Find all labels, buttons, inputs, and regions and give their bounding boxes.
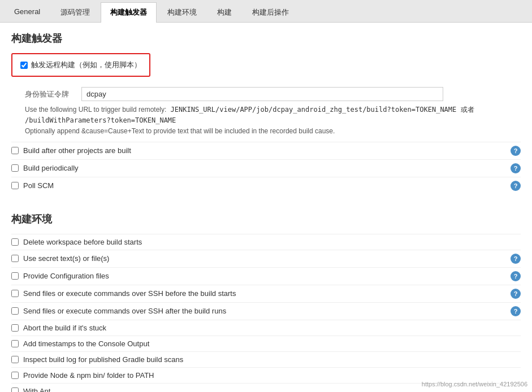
remote-trigger-label[interactable]: 触发远程构建（例如，使用脚本）: [20, 60, 141, 70]
config-files-help-icon[interactable]: ?: [511, 271, 521, 281]
build-periodically-help-icon[interactable]: ?: [511, 163, 521, 173]
tab-triggers[interactable]: 构建触发器: [101, 2, 157, 23]
build-periodically-label[interactable]: Build periodically: [11, 164, 511, 172]
ssh-before-checkbox[interactable]: [11, 290, 19, 297]
poll-scm-help-icon[interactable]: ?: [511, 181, 521, 191]
timestamps-label[interactable]: Add timestamps to the Console Output: [11, 339, 521, 348]
watermark: https://blog.csdn.net/weixin_42192506: [422, 381, 527, 387]
env-option-gradle-scans: Inspect build log for published Gradle b…: [11, 351, 521, 367]
secret-text-help-icon[interactable]: ?: [511, 254, 521, 264]
env-option-ssh-before: Send files or execute commands over SSH …: [11, 285, 521, 302]
tab-build[interactable]: 构建: [207, 2, 241, 22]
tab-general[interactable]: General: [5, 2, 50, 22]
tab-env[interactable]: 构建环境: [158, 2, 206, 22]
env-option-secret-text: Use secret text(s) or file(s) ?: [11, 250, 521, 267]
secret-text-checkbox[interactable]: [11, 255, 19, 262]
node-folder-checkbox[interactable]: [11, 372, 19, 379]
auth-token-label: 身份验证令牌: [25, 89, 81, 99]
env-title: 构建环境: [11, 212, 521, 226]
url-info: Use the following URL to trigger build r…: [25, 104, 521, 137]
auth-token-input[interactable]: [81, 87, 443, 101]
gradle-scans-label[interactable]: Inspect build log for published Gradle b…: [11, 355, 521, 364]
env-option-config-files: Provide Configuration files ?: [11, 267, 521, 285]
secret-text-label[interactable]: Use secret text(s) or file(s): [11, 254, 511, 263]
ssh-before-help-icon[interactable]: ?: [511, 289, 521, 299]
triggers-section: 构建触发器 触发远程构建（例如，使用脚本） 身份验证令牌 Use the fol…: [0, 23, 532, 203]
config-files-checkbox[interactable]: [11, 272, 19, 280]
ssh-after-label[interactable]: Send files or execute commands over SSH …: [11, 307, 511, 315]
remote-trigger-box: 触发远程构建（例如，使用脚本）: [11, 53, 150, 77]
env-option-delete-workspace: Delete workspace before build starts: [11, 234, 521, 250]
remote-trigger-checkbox[interactable]: [20, 62, 28, 69]
node-folder-label[interactable]: Provide Node & npm bin/ folder to PATH: [11, 371, 521, 380]
build-after-checkbox[interactable]: [11, 147, 19, 154]
ssh-before-label[interactable]: Send files or execute commands over SSH …: [11, 289, 511, 298]
tab-bar: General 源码管理 构建触发器 构建环境 构建 构建后操作: [0, 0, 532, 23]
option-row-poll-scm: Poll SCM ?: [11, 177, 521, 194]
ssh-after-checkbox[interactable]: [11, 307, 19, 315]
triggers-title: 构建触发器: [11, 32, 521, 45]
delete-workspace-label[interactable]: Delete workspace before build starts: [11, 238, 521, 246]
gradle-scans-checkbox[interactable]: [11, 356, 19, 363]
tab-post[interactable]: 构建后操作: [243, 2, 299, 22]
abort-stuck-checkbox[interactable]: [11, 324, 19, 332]
env-option-abort-stuck: Abort the build if it's stuck: [11, 320, 521, 336]
env-option-ssh-after: Send files or execute commands over SSH …: [11, 302, 521, 320]
poll-scm-checkbox[interactable]: [11, 182, 19, 189]
tab-source[interactable]: 源码管理: [51, 2, 100, 22]
option-row-build-after: Build after other projects are built ?: [11, 142, 521, 159]
with-ant-checkbox[interactable]: [11, 387, 19, 392]
auth-token-row: 身份验证令牌: [25, 87, 521, 101]
config-files-label[interactable]: Provide Configuration files: [11, 272, 511, 280]
poll-scm-label[interactable]: Poll SCM: [11, 181, 511, 190]
ssh-after-help-icon[interactable]: ?: [511, 306, 521, 316]
env-option-timestamps: Add timestamps to the Console Output: [11, 336, 521, 351]
env-section: 构建环境 Delete workspace before build start…: [0, 203, 532, 392]
option-row-build-periodically: Build periodically ?: [11, 159, 521, 177]
abort-stuck-label[interactable]: Abort the build if it's stuck: [11, 324, 521, 332]
build-after-help-icon[interactable]: ?: [511, 146, 521, 156]
timestamps-checkbox[interactable]: [11, 340, 19, 347]
build-periodically-checkbox[interactable]: [11, 164, 19, 172]
delete-workspace-checkbox[interactable]: [11, 238, 19, 246]
build-after-label[interactable]: Build after other projects are built: [11, 146, 511, 155]
